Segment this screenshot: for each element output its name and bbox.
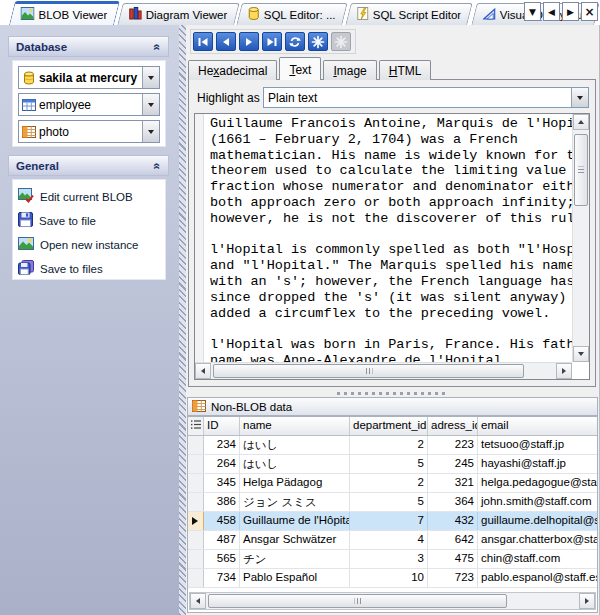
cell-name[interactable]: ジョン スミス xyxy=(240,493,350,511)
cell-name[interactable]: はいし xyxy=(240,436,350,454)
cell-adress-id[interactable]: 223 xyxy=(428,436,478,454)
column-header-adress-id[interactable]: adress_id xyxy=(428,417,478,435)
blob-text-viewer[interactable]: Guillaume Francois Antoine, Marquis de l… xyxy=(194,113,590,380)
table-select[interactable]: employee xyxy=(18,93,160,116)
table-row[interactable]: 234 はいし 2 223 tetsuoo@staff.jp xyxy=(188,436,597,455)
table-row[interactable]: 734 Pablo Español 10 723 pablo.espanol@s… xyxy=(188,569,597,588)
row-indicator-header[interactable] xyxy=(188,417,204,435)
table-row[interactable]: 264 はいし 5 245 hayashi@staff.jp xyxy=(188,455,597,474)
cell-name[interactable]: Helga Pädagog xyxy=(240,474,350,492)
cell-department-id[interactable]: 2 xyxy=(350,436,428,454)
cell-name[interactable]: はいし xyxy=(240,455,350,473)
cell-name[interactable]: Ansgar Schwätzer xyxy=(240,531,350,549)
table-row[interactable]: 565 チン 3 475 chin@staff.com xyxy=(188,550,597,569)
tab-html[interactable]: HTML xyxy=(379,60,432,80)
cell-department-id[interactable]: 2 xyxy=(350,474,428,492)
save-to-files-link[interactable]: Save to files xyxy=(18,257,160,281)
scroll-right-button[interactable] xyxy=(579,593,595,609)
tab-text[interactable]: Text xyxy=(279,57,321,80)
highlight-as-select[interactable]: Plain text xyxy=(263,87,589,108)
horizontal-scroll-thumb[interactable] xyxy=(213,364,524,378)
cell-name[interactable]: チン xyxy=(240,550,350,568)
tab-hexadecimal[interactable]: Hexadecimal xyxy=(188,60,277,80)
table-row[interactable]: 487 Ansgar Schwätzer 4 642 ansgar.chatte… xyxy=(188,531,597,550)
cell-id[interactable]: 264 xyxy=(204,455,240,473)
field-select[interactable]: photo xyxy=(18,120,160,143)
cell-email[interactable]: pablo.espanol@staff.es xyxy=(478,569,597,587)
cell-id[interactable]: 345 xyxy=(204,474,240,492)
database-section-header[interactable]: Database « xyxy=(8,36,169,57)
column-header-id[interactable]: ID xyxy=(204,417,240,435)
table-row-selected[interactable]: 458 Guillaume de l'Hôpital 7 432 guillau… xyxy=(188,512,597,531)
vertical-scroll-thumb[interactable] xyxy=(574,134,588,206)
cell-adress-id[interactable]: 642 xyxy=(428,531,478,549)
scroll-right-button[interactable] xyxy=(556,363,572,379)
cell-email[interactable]: hayashi@staff.jp xyxy=(478,455,597,473)
cell-id[interactable]: 458 xyxy=(204,512,240,530)
table-row[interactable]: 345 Helga Pädagog 2 321 helga.pedagogue@… xyxy=(188,474,597,493)
cell-id[interactable]: 386 xyxy=(204,493,240,511)
tab-blob-viewer[interactable]: BLOB Viewer xyxy=(9,1,120,25)
last-record-button[interactable] xyxy=(262,32,282,51)
panel-splitter[interactable] xyxy=(186,389,599,397)
cell-email[interactable]: ansgar.chatterbox@staff.de xyxy=(478,531,597,549)
cell-id[interactable]: 487 xyxy=(204,531,240,549)
cell-adress-id[interactable]: 245 xyxy=(428,455,478,473)
cell-department-id[interactable]: 10 xyxy=(350,569,428,587)
column-header-department-id[interactable]: department_id xyxy=(350,417,428,435)
cell-department-id[interactable]: 5 xyxy=(350,493,428,511)
open-new-instance-link[interactable]: Open new instance xyxy=(18,233,160,257)
cell-id[interactable]: 234 xyxy=(204,436,240,454)
cell-adress-id[interactable]: 321 xyxy=(428,474,478,492)
tab-sql-script-editor[interactable]: SQL Script Editor xyxy=(345,3,473,25)
cell-department-id[interactable]: 7 xyxy=(350,512,428,530)
cell-adress-id[interactable]: 432 xyxy=(428,512,478,530)
dropdown-button[interactable] xyxy=(142,94,159,115)
next-record-button[interactable] xyxy=(239,32,259,51)
cell-department-id[interactable]: 4 xyxy=(350,531,428,549)
tab-list-dropdown-button[interactable]: ▼ xyxy=(524,2,541,21)
cell-department-id[interactable]: 5 xyxy=(350,455,428,473)
scroll-left-button[interactable] xyxy=(195,363,211,379)
database-select[interactable]: sakila at mercury xyxy=(18,66,160,89)
general-section-header[interactable]: General « xyxy=(8,155,169,176)
prior-record-button[interactable] xyxy=(216,32,236,51)
refresh-button[interactable] xyxy=(285,32,305,51)
tab-diagram-viewer[interactable]: Diagram Viewer xyxy=(117,3,239,25)
cell-email[interactable]: tetsuoo@staff.jp xyxy=(478,436,597,454)
collapse-chevron-icon[interactable]: « xyxy=(151,162,165,169)
scroll-tabs-left-button[interactable]: ◀ xyxy=(543,2,560,21)
grid-horizontal-scrollbar[interactable] xyxy=(189,592,596,610)
cell-adress-id[interactable]: 475 xyxy=(428,550,478,568)
scroll-left-button[interactable] xyxy=(190,593,206,609)
cell-email[interactable]: guillaume.delhopital@staff.es xyxy=(478,512,597,530)
column-header-email[interactable]: email xyxy=(478,417,597,435)
vertical-scrollbar[interactable] xyxy=(572,114,589,362)
star-button[interactable] xyxy=(308,32,328,51)
cell-email[interactable]: chin@staff.com xyxy=(478,550,597,568)
cell-department-id[interactable]: 3 xyxy=(350,550,428,568)
tab-sql-editor[interactable]: SQL Editor: ... xyxy=(237,3,348,25)
save-to-file-link[interactable]: Save to file xyxy=(18,209,160,233)
collapse-chevron-icon[interactable]: « xyxy=(151,43,165,50)
horizontal-scrollbar[interactable] xyxy=(195,362,572,379)
cell-id[interactable]: 734 xyxy=(204,569,240,587)
cell-id[interactable]: 565 xyxy=(204,550,240,568)
grid-scroll-thumb[interactable] xyxy=(208,594,507,608)
scroll-up-button[interactable] xyxy=(573,114,589,130)
dropdown-button[interactable] xyxy=(571,88,588,107)
sidebar-splitter[interactable] xyxy=(179,25,186,615)
scroll-down-button[interactable] xyxy=(573,346,589,362)
scroll-tabs-right-button[interactable]: ▶ xyxy=(562,2,579,21)
first-record-button[interactable] xyxy=(193,32,213,51)
cell-adress-id[interactable]: 723 xyxy=(428,569,478,587)
column-header-name[interactable]: name xyxy=(240,417,350,435)
cell-email[interactable]: john.smith@staff.com xyxy=(478,493,597,511)
blob-text-content[interactable]: Guillaume Francois Antoine, Marquis de l… xyxy=(205,116,572,362)
table-row[interactable]: 386 ジョン スミス 5 364 john.smith@staff.com xyxy=(188,493,597,512)
cell-email[interactable]: helga.pedagogue@staff.de xyxy=(478,474,597,492)
cell-name[interactable]: Pablo Español xyxy=(240,569,350,587)
tab-image[interactable]: Image xyxy=(323,60,376,80)
dropdown-button[interactable] xyxy=(142,121,159,142)
cell-name[interactable]: Guillaume de l'Hôpital xyxy=(240,512,350,530)
